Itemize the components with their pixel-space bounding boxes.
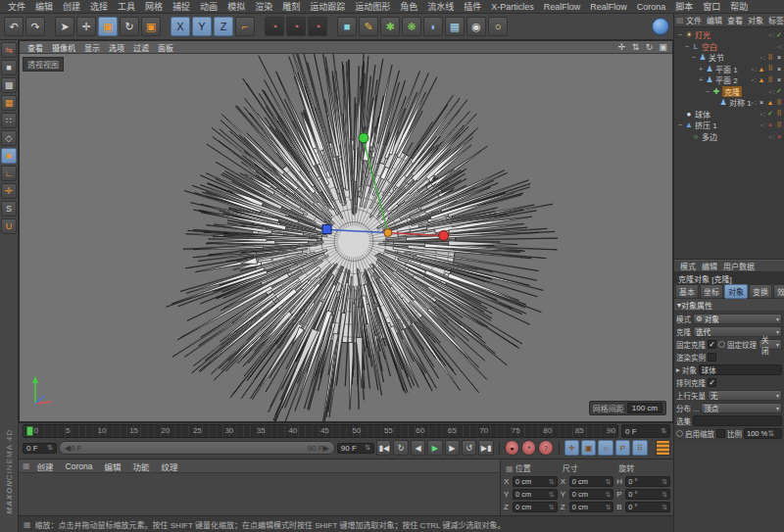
spinner-icon[interactable]: ⇅	[47, 444, 53, 452]
menu-item-6[interactable]: 捕捉	[168, 0, 195, 13]
tab-对象[interactable]: 对象	[724, 284, 748, 299]
key-scale-button[interactable]: ▣	[581, 440, 596, 456]
viewport-menu-4[interactable]: 过滤	[129, 42, 153, 53]
attr-field-比例[interactable]: 100 %⇅	[744, 428, 782, 439]
am-menu-2[interactable]: 用户数据	[720, 261, 758, 271]
magnet-icon[interactable]: U	[1, 218, 17, 234]
xred-tag-icon[interactable]: ×	[766, 121, 774, 128]
menu-item-22[interactable]: 帮助	[725, 0, 753, 13]
expand-toggle-icon[interactable]: +	[697, 66, 705, 73]
menu-item-17[interactable]: RealFlow	[539, 2, 586, 12]
spinner-icon[interactable]: ⇅	[365, 444, 370, 452]
add-generator-icon[interactable]: ❋	[402, 17, 421, 36]
cycle-button[interactable]: ↻	[393, 440, 408, 456]
visibility-dots-icon[interactable]: :	[755, 99, 757, 106]
object-row-6[interactable]: ♟对称 1▫:×▲⠿	[674, 97, 784, 109]
object-name[interactable]: 对称 1	[729, 97, 752, 108]
object-name[interactable]: 灯光	[695, 29, 710, 40]
dots-tag-icon[interactable]: ⠿	[766, 65, 774, 73]
xwhite-tag-icon[interactable]: ×	[775, 54, 783, 61]
object-name[interactable]: 多边	[702, 131, 717, 142]
object-name[interactable]: 平面 1	[715, 64, 738, 74]
viewport-canvas[interactable]: 透视视图 网格间距 100 cm	[20, 54, 672, 421]
spinner-icon[interactable]: ⇅	[549, 504, 555, 511]
dots-tag-icon[interactable]: ⠿	[775, 110, 783, 118]
add-spline-icon[interactable]: ✎	[359, 17, 378, 36]
edges-mode-icon[interactable]: ◇	[1, 130, 17, 146]
keyframe-selection-button[interactable]: ?	[538, 440, 553, 456]
viewport-menu-3[interactable]: 选项	[105, 42, 128, 53]
spinner-icon[interactable]: ⇅	[661, 427, 666, 435]
om-burger-icon[interactable]: ▤	[676, 16, 684, 24]
object-name[interactable]: 球体	[695, 109, 710, 120]
menu-item-8[interactable]: 模拟	[222, 0, 250, 13]
check-tag-icon[interactable]: ✓	[766, 110, 774, 118]
menu-item-12[interactable]: 运动图形	[350, 0, 395, 13]
key-parameter-button[interactable]: P	[615, 440, 630, 456]
last-tool-icon[interactable]: ▣	[141, 17, 161, 36]
lock-y-icon[interactable]: Y	[192, 17, 212, 36]
menu-item-5[interactable]: 网格	[140, 0, 168, 13]
object-row-2[interactable]: −♟关节▫:⠿×	[674, 52, 784, 64]
spinner-icon[interactable]: ⇅	[767, 429, 774, 438]
attr-checkbox[interactable]	[708, 353, 716, 362]
render-picture-viewer-icon[interactable]: ◔	[286, 17, 306, 36]
object-name[interactable]: 关节	[709, 52, 724, 63]
tri-tag-icon[interactable]: ▲	[758, 76, 765, 83]
dots-tag-icon[interactable]: ⠿	[775, 121, 783, 129]
coord-field-尺寸-Z[interactable]: 0 cm⇅	[569, 502, 614, 512]
xwhite-tag-icon[interactable]: ×	[775, 66, 783, 73]
playhead[interactable]	[26, 426, 33, 436]
zoom-view-icon[interactable]: ⇅	[630, 42, 641, 52]
coord-field-位置-Z[interactable]: 0 cm⇅	[513, 502, 558, 512]
visibility-dots-icon[interactable]: :	[772, 88, 774, 95]
render-view-icon[interactable]: ◔	[265, 17, 284, 36]
expand-toggle-icon[interactable]: −	[690, 54, 698, 61]
menu-item-9[interactable]: 渲染	[250, 0, 277, 13]
menu-item-19[interactable]: Corona	[632, 2, 671, 12]
menu-item-10[interactable]: 雕刻	[277, 0, 305, 13]
radio-icon[interactable]	[676, 430, 683, 437]
dots-tag-icon[interactable]: ⠿	[766, 54, 774, 62]
tri-tag-icon[interactable]: ▲	[766, 99, 774, 106]
model-mode-icon[interactable]: ■	[1, 60, 17, 75]
render-settings-icon[interactable]: ◔	[308, 17, 327, 36]
tab-变换[interactable]: 变换	[749, 284, 772, 299]
current-frame-field[interactable]: 0 F ⇅	[621, 424, 670, 438]
tab-基本[interactable]: 基本	[675, 284, 699, 299]
expand-toggle-icon[interactable]: −	[704, 88, 711, 95]
layout-globe-icon[interactable]	[652, 18, 669, 35]
viewport-menu-5[interactable]: 面板	[154, 42, 177, 53]
coord-field-旋转-P[interactable]: 0 °⇅	[625, 489, 670, 500]
layer-box-icon[interactable]: ▫	[760, 54, 762, 61]
coord-system-icon[interactable]: ⌐	[235, 17, 255, 36]
next-frame-button[interactable]: ▶	[445, 440, 460, 456]
check-tag-icon[interactable]: ✓	[775, 87, 783, 95]
material-menu-0[interactable]: 创建	[32, 460, 59, 472]
add-mograph-icon[interactable]: ✱	[380, 17, 400, 36]
lock-z-icon[interactable]: Z	[214, 17, 233, 36]
attribute-section-header[interactable]: ▾ 对象属性	[674, 299, 784, 312]
tab-效果器[interactable]: 效果器	[773, 284, 784, 299]
material-menu-3[interactable]: 功能	[127, 460, 154, 472]
spinner-icon[interactable]: ⇅	[662, 491, 667, 499]
object-row-1[interactable]: −L空白▫:	[674, 41, 784, 53]
layer-box-icon[interactable]: ▫	[760, 111, 762, 118]
goto-start-button[interactable]: ▮◀	[376, 440, 391, 456]
menu-item-4[interactable]: 工具	[113, 0, 140, 13]
spinner-icon[interactable]: ⇅	[605, 478, 611, 486]
xwhite-tag-icon[interactable]: ×	[775, 76, 783, 83]
material-manager-body[interactable]	[19, 473, 500, 515]
visibility-dots-icon[interactable]: :	[763, 54, 765, 61]
visibility-dots-icon[interactable]: :	[755, 66, 757, 73]
undo-icon[interactable]: ↶	[4, 17, 24, 36]
loop-button[interactable]: ↺	[462, 440, 476, 456]
record-keyframe-button[interactable]: ●	[505, 440, 519, 456]
redo-icon[interactable]: ↷	[25, 17, 45, 36]
visibility-dots-icon[interactable]: :	[772, 31, 774, 38]
expand-toggle-icon[interactable]: −	[676, 31, 684, 38]
tri-tag-icon[interactable]: ▲	[758, 66, 765, 73]
viewport-menu-2[interactable]: 显示	[80, 42, 104, 53]
spinner-icon[interactable]: ⇅	[549, 491, 555, 499]
object-row-7[interactable]: ●球体▫:✓⠿	[674, 109, 784, 121]
